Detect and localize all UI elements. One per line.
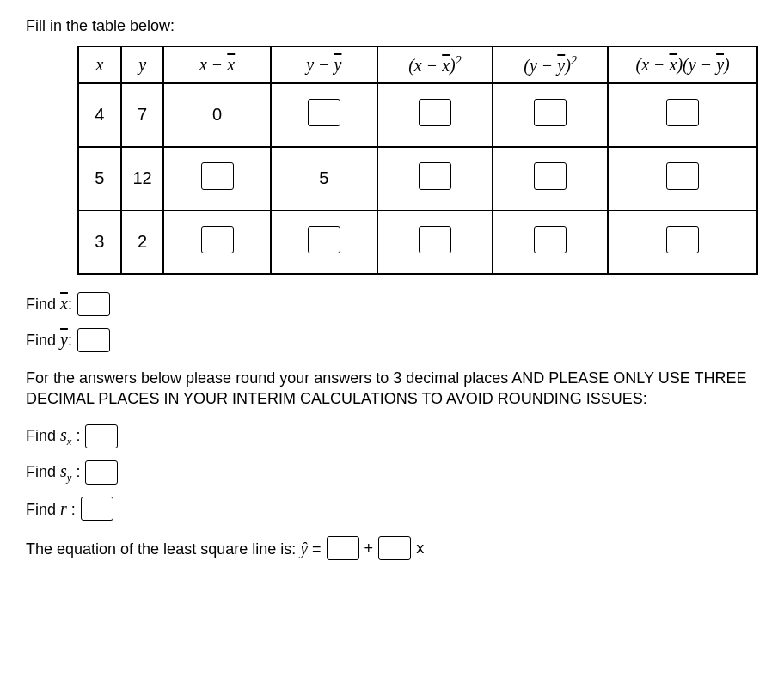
- cell-input[interactable]: [308, 99, 340, 126]
- sx-input[interactable]: [85, 424, 118, 448]
- cell-input[interactable]: [201, 226, 234, 253]
- cell-ydiff: [271, 83, 377, 147]
- cell-value: 3: [95, 232, 104, 251]
- find-r-label: Find r :: [26, 499, 76, 519]
- table-row: 470: [78, 83, 757, 147]
- cell-value: 4: [95, 105, 104, 124]
- times-x: x: [416, 540, 424, 558]
- cell-xdiff: [163, 210, 270, 274]
- cell-ydiff: 5: [271, 147, 377, 210]
- header-xsq: (x − x)2: [377, 46, 493, 83]
- header-xdiff: x − x: [163, 46, 270, 83]
- cell-prod: [608, 210, 757, 274]
- cell-input[interactable]: [419, 226, 451, 253]
- slope-input[interactable]: [378, 536, 411, 560]
- cell-input[interactable]: [534, 162, 567, 190]
- cell-xdiff: 0: [163, 83, 270, 147]
- table-row: 5125: [78, 147, 757, 210]
- r-input[interactable]: [81, 497, 113, 521]
- cell-prod: [608, 83, 757, 147]
- sy-input[interactable]: [85, 460, 118, 485]
- xbar-input[interactable]: [77, 292, 110, 316]
- cell-input[interactable]: [534, 226, 567, 253]
- cell-input[interactable]: [419, 99, 451, 126]
- table-row: 32: [78, 210, 757, 274]
- cell-value: 5: [319, 168, 328, 187]
- cell-value: 5: [95, 168, 104, 187]
- cell-ysq: [493, 147, 608, 210]
- cell-ydiff: [271, 210, 377, 274]
- cell-value: 7: [138, 105, 147, 124]
- cell-input[interactable]: [666, 162, 699, 190]
- cell-x: 3: [78, 210, 121, 274]
- cell-y: 2: [121, 210, 164, 274]
- instruction-text: Fill in the table below:: [26, 17, 758, 35]
- find-sy-label: Find sy :: [26, 461, 80, 485]
- cell-xsq: [377, 147, 493, 210]
- cell-input[interactable]: [201, 162, 234, 190]
- cell-input[interactable]: [666, 226, 699, 253]
- equation-text: The equation of the least square line is…: [26, 539, 322, 558]
- intercept-input[interactable]: [327, 536, 359, 560]
- cell-value: 2: [138, 232, 147, 251]
- stats-table: x y x − x y − y (x − x)2 (y − y)2 (x − x…: [77, 46, 758, 275]
- cell-input[interactable]: [308, 226, 340, 253]
- cell-ysq: [493, 83, 608, 147]
- cell-ysq: [493, 210, 608, 274]
- find-ybar-label: Find y:: [26, 330, 72, 350]
- header-prod: (x − x)(y − y): [608, 46, 757, 83]
- cell-value: 12: [132, 168, 151, 187]
- header-ydiff: y − y: [271, 46, 377, 83]
- cell-xsq: [377, 210, 493, 274]
- cell-input[interactable]: [666, 99, 699, 126]
- cell-y: 7: [121, 83, 164, 147]
- cell-xsq: [377, 83, 493, 147]
- cell-input[interactable]: [419, 162, 451, 190]
- cell-input[interactable]: [534, 99, 567, 126]
- header-y: y: [121, 46, 164, 83]
- cell-x: 5: [78, 147, 121, 210]
- ybar-input[interactable]: [77, 328, 110, 352]
- rounding-note: For the answers below please round your …: [26, 368, 758, 410]
- find-sx-label: Find sx :: [26, 425, 80, 448]
- cell-value: 0: [212, 105, 222, 124]
- cell-y: 12: [121, 147, 164, 210]
- cell-x: 4: [78, 83, 121, 147]
- cell-prod: [608, 147, 757, 210]
- cell-xdiff: [163, 147, 270, 210]
- header-ysq: (y − y)2: [493, 46, 608, 83]
- find-xbar-label: Find x:: [26, 294, 72, 314]
- header-x: x: [78, 46, 121, 83]
- plus-sign: +: [364, 540, 374, 558]
